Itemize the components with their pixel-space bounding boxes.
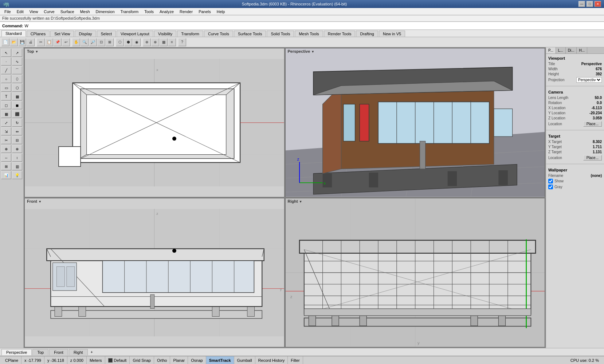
toolbar-tab-render-tools[interactable]: Render Tools — [324, 31, 356, 37]
sb-gumball[interactable]: Gumball — [234, 356, 255, 364]
maximize-button[interactable]: □ — [587, 1, 593, 7]
toolbar-tab-set-view[interactable]: Set View — [50, 31, 74, 37]
menu-item-dimension[interactable]: Dimension — [93, 9, 118, 15]
menu-item-surface[interactable]: Surface — [58, 9, 77, 15]
sb-planar[interactable]: Planar — [170, 356, 188, 364]
viewport-front-label[interactable]: Front ▼ — [27, 199, 42, 203]
menu-item-panels[interactable]: Panels — [196, 9, 214, 15]
toolbar-tab-new-in-v5[interactable]: New in V5 — [379, 31, 405, 37]
lt-move[interactable]: ⤢ — [1, 119, 11, 127]
lt-polygon[interactable]: ⬡ — [12, 84, 22, 92]
tb-shade[interactable]: ⬢ — [124, 38, 132, 46]
toolbar-tab-standard[interactable]: Standard — [1, 30, 26, 37]
tb-help[interactable]: ? — [178, 38, 186, 46]
tb-wire[interactable]: ⬡ — [116, 38, 124, 46]
tb-paste[interactable]: 📌 — [54, 38, 62, 46]
tb-zoom-ext[interactable]: ⊡ — [97, 38, 105, 46]
sb-grid-snap[interactable]: Grid Snap — [130, 356, 154, 364]
lt-rect[interactable]: ▭ — [1, 84, 11, 92]
viewport-right-label[interactable]: Right ▼ — [288, 199, 302, 203]
rp-tab-0[interactable]: P... — [546, 47, 556, 54]
toolbar-tab-visibility[interactable]: Visibility — [154, 31, 177, 37]
menu-item-curve[interactable]: Curve — [41, 9, 57, 15]
tb-print[interactable]: 🖨 — [27, 38, 35, 46]
lt-scale[interactable]: ⇲ — [1, 127, 11, 135]
lt-curve[interactable]: ∿ — [12, 58, 22, 66]
viewport-top[interactable]: Top ▼ y x — [24, 48, 285, 197]
lt-mesh[interactable]: ▦ — [1, 110, 11, 118]
lt-trim[interactable]: ✂ — [1, 136, 11, 144]
lt-surf2[interactable]: ◼ — [12, 101, 22, 109]
lt-dim2[interactable]: ↕ — [12, 154, 22, 162]
tb-zoom-win[interactable]: ⊠ — [106, 38, 114, 46]
sb-ortho[interactable]: Ortho — [154, 356, 170, 364]
toolbar-tab-cplanes[interactable]: CPlanes — [27, 31, 50, 37]
sb-filter[interactable]: Filter — [288, 356, 303, 364]
toolbar-tab-drafting[interactable]: Drafting — [356, 31, 378, 37]
lt-surf[interactable]: ◻ — [1, 101, 11, 109]
rp-tab-2[interactable]: Di... — [566, 47, 577, 54]
lt-dim[interactable]: ↔ — [1, 154, 11, 162]
lt-select2[interactable]: ↗ — [12, 49, 22, 57]
vp-tab-front[interactable]: Front — [49, 349, 68, 355]
lt-point[interactable]: · — [1, 58, 11, 66]
minimize-button[interactable]: — — [578, 1, 585, 7]
toolbar-tab-curve-tools[interactable]: Curve Tools — [204, 31, 233, 37]
viewport-perspective-label[interactable]: Perspective ▼ — [288, 49, 315, 54]
command-input[interactable] — [24, 24, 602, 28]
tb-cut[interactable]: ✂ — [37, 38, 45, 46]
toolbar-tab-solid-tools[interactable]: Solid Tools — [267, 31, 294, 37]
toolbar-tab-select[interactable]: Select — [97, 31, 116, 37]
lt-arc[interactable]: ⌒ — [12, 66, 22, 74]
lt-join[interactable]: ⊕ — [1, 145, 11, 153]
viewport-front[interactable]: Front ▼ — [24, 198, 285, 347]
tb-snap[interactable]: ⊕ — [143, 38, 151, 46]
toolbar-tab-viewport-layout[interactable]: Viewport Layout — [117, 31, 153, 37]
tb-zoom-in[interactable]: 🔍 — [81, 38, 89, 46]
rp-tab-1[interactable]: L... — [556, 47, 566, 54]
toolbar-tab-surface-tools[interactable]: Surface Tools — [234, 31, 266, 37]
lt-render2[interactable]: 💡 — [12, 171, 22, 179]
tb-copy[interactable]: 📋 — [45, 38, 53, 46]
tb-pan[interactable]: ✋ — [72, 38, 80, 46]
lt-circle[interactable]: ○ — [1, 75, 11, 83]
lt-analyze[interactable]: 📊 — [1, 171, 11, 179]
camera-place-button[interactable]: Place... — [583, 121, 602, 127]
tb-osnap[interactable]: ⊗ — [151, 38, 159, 46]
lt-hatch[interactable]: ▩ — [12, 92, 22, 100]
tb-new[interactable]: 📄 — [1, 38, 9, 46]
tb-zoom-out[interactable]: 🔎 — [89, 38, 97, 46]
menu-item-edit[interactable]: Edit — [14, 9, 27, 15]
vp-tab-perspective[interactable]: Perspective — [1, 349, 32, 355]
target-place-button[interactable]: Place... — [583, 155, 602, 161]
sb-smarttrack[interactable]: SmartTrack — [206, 356, 234, 364]
toolbar-tab-mesh-tools[interactable]: Mesh Tools — [295, 31, 323, 37]
lt-snap-tools[interactable]: ⊞ — [1, 162, 11, 170]
wp-show-checkbox[interactable] — [548, 179, 553, 183]
tb-undo[interactable]: ↩ — [62, 38, 70, 46]
menu-item-transform[interactable]: Transform — [118, 9, 142, 15]
close-button[interactable]: ✕ — [595, 1, 601, 7]
tb-layer[interactable]: ▦ — [160, 38, 168, 46]
menu-item-analyze[interactable]: Analyze — [157, 9, 177, 15]
vp-projection-select[interactable]: Perspective Parallel — [576, 77, 602, 83]
menu-item-render[interactable]: Render — [177, 9, 196, 15]
sb-osnap[interactable]: Osnap — [188, 356, 206, 364]
tb-open[interactable]: 📂 — [10, 38, 18, 46]
lt-line[interactable]: ╱ — [1, 66, 11, 74]
toolbar-tab-display[interactable]: Display — [75, 31, 96, 37]
sb-record-history[interactable]: Record History — [255, 356, 288, 364]
lt-rotate[interactable]: ↻ — [12, 119, 22, 127]
lt-split[interactable]: ⊟ — [12, 136, 22, 144]
rp-tab-3[interactable]: H... — [577, 47, 587, 54]
menu-item-tools[interactable]: Tools — [141, 9, 157, 15]
menu-item-help[interactable]: Help — [214, 9, 228, 15]
tb-render[interactable]: ◉ — [133, 38, 141, 46]
lt-explode[interactable]: ⊗ — [12, 145, 22, 153]
toolbar-tab-transform[interactable]: Transform — [177, 31, 203, 37]
lt-select[interactable]: ↖ — [1, 49, 11, 57]
vp-tab-top[interactable]: Top — [32, 349, 48, 355]
tb-save[interactable]: 💾 — [18, 38, 26, 46]
lt-ellipse[interactable]: ⬯ — [12, 75, 22, 83]
tb-props[interactable]: ≡ — [168, 38, 176, 46]
